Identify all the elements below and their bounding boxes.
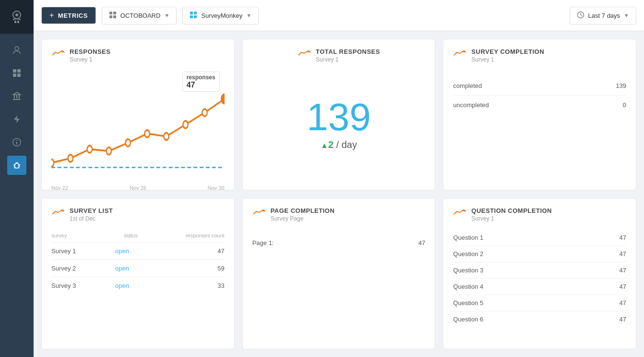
page-label-1: Page 1: [252, 239, 274, 246]
tooltip-value: 47 [187, 81, 195, 89]
survey-status-3: open [107, 277, 138, 295]
question-row-5: Question 5 47 [453, 295, 626, 311]
svg-rect-31 [190, 15, 193, 18]
svg-rect-29 [190, 12, 193, 14]
responses-title: RESPONSES [70, 48, 110, 55]
svg-rect-30 [194, 12, 197, 14]
svg-rect-2 [14, 21, 16, 23]
sidebar [0, 0, 34, 357]
responses-card: RESPONSES Survey 1 responses 47 [41, 39, 235, 190]
table-row: Survey 2 open 59 [51, 260, 225, 277]
survey-completion-title: SURVEY COMPLETION [471, 48, 544, 55]
per-day-number: 2 [328, 139, 334, 150]
svg-rect-6 [17, 69, 21, 73]
surveymonkey-label: SurveyMonkey [201, 12, 242, 19]
survey-list-title: SURVEY LIST [70, 207, 113, 214]
svg-point-42 [126, 139, 131, 147]
octoboard-dropdown[interactable]: OCTOBOARD ▼ [102, 7, 177, 25]
sidebar-item-user[interactable] [7, 40, 26, 60]
svg-rect-8 [17, 74, 21, 77]
svg-point-45 [183, 121, 188, 128]
survey-name-1: Survey 1 [51, 243, 107, 260]
svg-rect-13 [13, 99, 21, 100]
survey-list-header: SURVEY LIST 1st of Dec [51, 207, 225, 222]
x-axis-labels: Nov 22 Nov 26 Nov 30 [51, 185, 225, 190]
uncompleted-value: 0 [623, 101, 626, 109]
chevron-down-icon-time: ▼ [624, 12, 629, 18]
svg-marker-9 [13, 92, 21, 95]
question-completion-title: QUESTION COMPLETION [471, 207, 552, 214]
question-row-6: Question 6 47 [453, 311, 626, 327]
chart-tooltip: responses 47 [182, 72, 220, 92]
time-range-dropdown[interactable]: Last 7 days ▼ [570, 7, 636, 25]
add-metrics-button[interactable]: + METRICS [41, 7, 96, 24]
chevron-down-icon: ▼ [164, 12, 169, 18]
time-range-label: Last 7 days [588, 12, 620, 19]
question-row-3: Question 3 47 [453, 262, 626, 279]
total-responses-card: TOTAL RESPONSES Survey 1 139 ▲2 / day [242, 39, 436, 190]
question-value-4: 47 [620, 283, 626, 290]
col-count: responses count [138, 231, 224, 243]
page-value-1: 47 [418, 239, 425, 246]
survey-name-2: Survey 2 [51, 260, 107, 277]
svg-rect-16 [16, 142, 17, 145]
total-responses-title: TOTAL RESPONSES [316, 48, 380, 55]
x-label-2: Nov 26 [130, 185, 146, 190]
sidebar-item-bank[interactable] [7, 86, 26, 106]
octoboard-icon [109, 11, 117, 20]
metrics-label: METRICS [58, 12, 88, 19]
x-label-1: Nov 22 [51, 185, 68, 190]
trend-up-icon [51, 49, 65, 56]
topbar: + METRICS OCTOBOARD ▼ SurveyMonkey ▼ Las… [34, 0, 644, 31]
survey-count-3: 33 [138, 277, 224, 295]
sidebar-item-info[interactable] [7, 133, 26, 152]
responses-card-header: RESPONSES Survey 1 [51, 48, 225, 63]
svg-line-20 [18, 165, 20, 165]
page-completion-title: PAGE COMPLETION [271, 207, 335, 214]
question-rows: Question 1 47 Question 2 47 Question 3 4… [453, 230, 626, 340]
octoboard-label: OCTOBOARD [120, 12, 161, 19]
svg-rect-32 [194, 15, 197, 18]
x-label-3: Nov 30 [208, 185, 225, 190]
svg-rect-10 [14, 95, 15, 98]
completed-label: completed [453, 82, 482, 89]
svg-line-24 [18, 168, 19, 168]
trend-up-icon-list [51, 209, 65, 215]
survey-count-2: 59 [138, 260, 224, 277]
question-value-5: 47 [620, 299, 626, 307]
svg-line-19 [13, 165, 15, 165]
total-responses-subtitle: Survey 1 [316, 56, 380, 63]
question-row-4: Question 4 47 [453, 279, 626, 295]
question-row-2: Question 2 47 [453, 246, 626, 262]
logo-icon [8, 8, 25, 25]
trend-up-icon-page [252, 209, 266, 215]
survey-completion-header: SURVEY COMPLETION Survey 1 [453, 48, 626, 63]
completion-row-completed: completed 139 [453, 76, 626, 96]
trend-up-icon-total [298, 49, 311, 56]
question-value-2: 47 [620, 250, 626, 258]
plus-icon: + [49, 11, 54, 20]
svg-point-4 [15, 47, 19, 50]
survey-status-2: open [107, 260, 138, 277]
svg-rect-17 [16, 140, 17, 141]
sidebar-item-bug[interactable] [7, 156, 26, 175]
surveymonkey-dropdown[interactable]: SurveyMonkey ▼ [182, 7, 259, 25]
completion-row-uncompleted: uncompleted 0 [453, 96, 626, 114]
clock-icon [577, 11, 584, 20]
question-label-5: Question 5 [453, 299, 483, 307]
sidebar-item-grid[interactable] [7, 63, 26, 83]
svg-point-46 [202, 109, 207, 116]
svg-point-47 [221, 95, 224, 104]
up-arrow-icon: ▲ [321, 141, 328, 149]
sidebar-item-lightning[interactable] [7, 110, 26, 129]
svg-rect-11 [16, 95, 17, 98]
question-label-3: Question 3 [453, 267, 483, 274]
responses-chart: responses 47 [51, 72, 225, 181]
question-label-2: Question 2 [453, 250, 483, 258]
question-completion-card: QUESTION COMPLETION Survey 1 Question 1 … [443, 198, 636, 349]
responses-subtitle: Survey 1 [70, 56, 110, 63]
svg-point-44 [164, 133, 168, 140]
question-label-6: Question 6 [453, 316, 483, 323]
svg-rect-27 [109, 15, 112, 18]
survey-list-table: survey status responses count Survey 1 o… [51, 231, 225, 294]
